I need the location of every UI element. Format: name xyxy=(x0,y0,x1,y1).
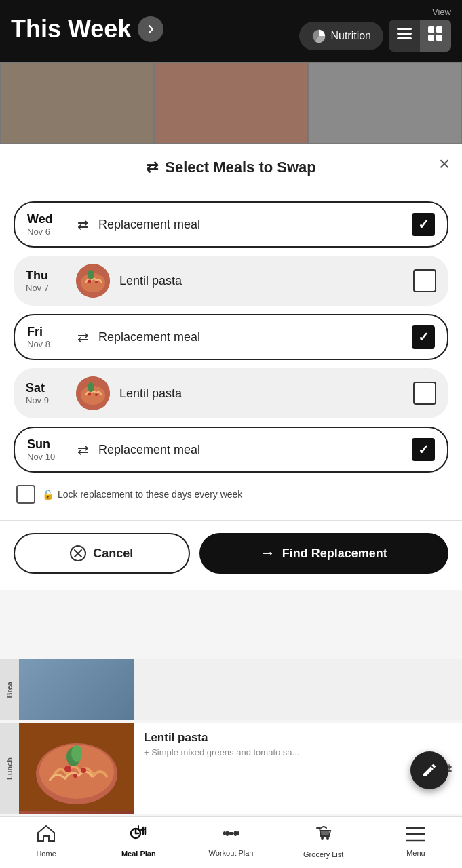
meal-day-fri: Fri Nov 8 xyxy=(27,325,68,349)
meal-list: Wed Nov 6 ⇄ Replacement meal Thu Nov 7 xyxy=(0,195,462,479)
cancel-button[interactable]: Cancel xyxy=(14,533,190,574)
nav-grocery[interactable]: Grocery List xyxy=(277,824,370,859)
meal-day-date-wed: Nov 6 xyxy=(27,226,68,237)
meal-row-fri[interactable]: Fri Nov 8 ⇄ Replacement meal xyxy=(14,314,448,360)
meal-day-date-sat: Nov 9 xyxy=(26,395,66,406)
meal-swap-icon-wed: ⇄ xyxy=(77,216,89,233)
breakfast-section: Brea xyxy=(0,659,462,720)
view-toggle xyxy=(389,20,451,52)
meal-day-wed: Wed Nov 6 xyxy=(27,212,68,237)
meal-day-name-thu: Thu xyxy=(26,269,66,283)
background-content: Brea Lunch xyxy=(0,62,462,868)
breakfast-label: Brea xyxy=(0,659,19,720)
meal-day-sat: Sat Nov 9 xyxy=(26,381,66,406)
page-title: This Week xyxy=(11,15,131,43)
meal-day-name-sat: Sat xyxy=(26,381,66,395)
lock-row: 🔒 Lock replacement to these days every w… xyxy=(0,479,462,515)
find-replacement-button[interactable]: → Find Replacement xyxy=(199,533,448,574)
view-label: View xyxy=(432,7,451,17)
edit-fab-button[interactable] xyxy=(410,751,448,789)
home-icon xyxy=(37,825,56,847)
svg-point-44 xyxy=(326,837,329,840)
meal-day-name-fri: Fri xyxy=(27,325,68,339)
svg-point-16 xyxy=(73,774,77,778)
breakfast-card xyxy=(19,659,462,720)
breakfast-info xyxy=(134,683,462,696)
svg-point-43 xyxy=(321,837,324,840)
header: This Week View Nutrition xyxy=(0,0,462,62)
svg-point-21 xyxy=(95,281,98,283)
modal-close-button[interactable]: × xyxy=(439,153,450,175)
nav-menu[interactable]: Menu xyxy=(370,825,462,857)
workout-icon xyxy=(220,825,242,846)
bottom-nav: Home Meal Plan xyxy=(0,816,462,868)
grid-view-button[interactable] xyxy=(420,20,451,52)
modal-title: ⇄ Select Meals to Swap xyxy=(0,144,462,183)
meal-day-date-fri: Nov 8 xyxy=(27,339,68,349)
modal-divider xyxy=(0,189,462,189)
meal-row-sat[interactable]: Sat Nov 9 Lentil pasta xyxy=(14,368,448,418)
header-controls: Nutrition xyxy=(299,20,451,52)
lock-text: 🔒 Lock replacement to these days every w… xyxy=(42,489,242,500)
menu-icon xyxy=(406,825,425,846)
meal-checkbox-sun[interactable] xyxy=(412,438,435,461)
meal-name-sun: Replacement meal xyxy=(98,443,402,457)
lock-checkbox[interactable] xyxy=(16,485,35,504)
svg-rect-8 xyxy=(436,35,442,41)
grocery-icon xyxy=(314,824,333,848)
svg-point-26 xyxy=(95,393,98,396)
lentil-pasta-card[interactable]: Lentil pasta + Simple mixed greens and t… xyxy=(19,723,462,814)
meal-checkbox-thu[interactable] xyxy=(413,269,436,292)
meal-name-wed: Replacement meal xyxy=(98,218,402,232)
svg-point-13 xyxy=(71,745,82,762)
meal-name-fri: Replacement meal xyxy=(98,330,402,344)
modal-divider-2 xyxy=(0,520,462,521)
meal-swap-icon-sun: ⇄ xyxy=(77,441,89,458)
lunch-section: Lunch xyxy=(0,723,462,814)
svg-line-33 xyxy=(140,829,142,831)
nutrition-label: Nutrition xyxy=(330,30,371,42)
meal-row-wed[interactable]: Wed Nov 6 ⇄ Replacement meal xyxy=(14,201,448,248)
modal-actions: Cancel → Find Replacement xyxy=(0,526,462,590)
meal-checkbox-fri[interactable] xyxy=(412,326,435,349)
meal-checkbox-sat[interactable] xyxy=(413,382,436,405)
svg-rect-6 xyxy=(436,26,442,33)
svg-rect-38 xyxy=(234,831,237,836)
lock-icon: 🔒 xyxy=(42,489,54,500)
svg-point-15 xyxy=(81,768,86,773)
meal-day-name-wed: Wed xyxy=(27,212,68,226)
svg-rect-39 xyxy=(223,831,226,835)
svg-rect-3 xyxy=(397,33,412,35)
svg-rect-7 xyxy=(428,35,434,41)
header-title-row: This Week xyxy=(11,15,163,43)
meal-day-date-thu: Nov 7 xyxy=(26,283,66,293)
page-wrapper: This Week View Nutrition xyxy=(0,0,462,868)
header-right: View Nutrition xyxy=(299,7,451,52)
meal-swap-icon-fri: ⇄ xyxy=(77,329,89,345)
nav-grocery-label: Grocery List xyxy=(303,850,343,859)
cancel-icon xyxy=(70,545,86,561)
nav-home[interactable]: Home xyxy=(0,825,92,858)
meal-row-thu[interactable]: Thu Nov 7 Lentil pasta xyxy=(14,256,448,306)
nutrition-button[interactable]: Nutrition xyxy=(299,22,383,50)
breakfast-img xyxy=(19,659,134,720)
nav-meal-plan-label: Meal Plan xyxy=(121,850,156,858)
swap-icon: ⇄ xyxy=(146,159,158,176)
svg-point-24 xyxy=(88,382,94,392)
nav-workout-label: Workout Plan xyxy=(209,849,254,857)
svg-rect-36 xyxy=(229,832,234,835)
nav-workout[interactable]: Workout Plan xyxy=(185,825,277,857)
meal-food-img-thu xyxy=(76,264,110,298)
meal-plan-icon xyxy=(129,825,148,847)
nutrition-icon xyxy=(311,28,326,43)
meal-checkbox-wed[interactable] xyxy=(412,213,435,236)
svg-rect-37 xyxy=(226,831,229,836)
svg-rect-2 xyxy=(397,28,412,30)
week-forward-button[interactable] xyxy=(138,16,163,42)
list-view-button[interactable] xyxy=(389,20,420,52)
nav-meal-plan[interactable]: Meal Plan xyxy=(92,825,185,858)
svg-point-19 xyxy=(88,270,94,279)
lunch-label: Lunch xyxy=(0,723,19,814)
meal-row-sun[interactable]: Sun Nov 10 ⇄ Replacement meal xyxy=(14,427,448,473)
lentil-pasta-name: Lentil pasta xyxy=(144,731,453,745)
